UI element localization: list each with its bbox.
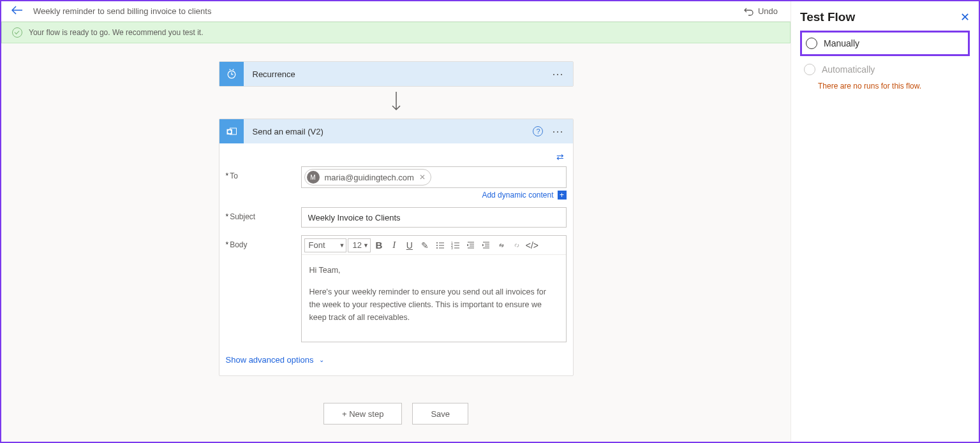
undo-label: Undo [758,6,778,16]
radio-icon [804,64,815,75]
outdent-icon[interactable] [464,238,478,252]
back-arrow-icon[interactable] [9,3,26,20]
svg-text:3: 3 [451,246,453,250]
label-subject: *Subject [226,207,301,221]
more-icon[interactable]: ··· [552,68,563,81]
banner-text: Your flow is ready to go. We recommend y… [29,28,203,37]
code-view-icon[interactable]: </> [525,238,539,252]
indent-icon[interactable] [479,238,493,252]
flow-title[interactable]: Weekly reminder to send billing invoice … [33,6,211,16]
radio-icon [806,38,817,49]
radio-label-automatically: Automatically [822,64,875,75]
number-list-icon[interactable]: 123 [449,238,463,252]
trigger-title: Recurrence [253,69,553,79]
underline-icon[interactable]: U [403,238,417,252]
to-input[interactable]: M maria@guidingtech.com ✕ [301,166,567,188]
remove-recipient-icon[interactable]: ✕ [419,173,426,182]
action-header[interactable]: Send an email (V2) ? ··· [219,119,573,143]
recipient-email: maria@guidingtech.com [325,173,414,182]
rich-text-toolbar: Font▼ 12▼ B I U ✎ 123 [302,236,566,255]
action-title: Send an email (V2) [253,127,533,136]
action-card-send-email: Send an email (V2) ? ··· ⇄ *To M [219,119,574,376]
close-icon[interactable]: ✕ [960,10,970,24]
panel-title: Test Flow [800,10,855,24]
svg-point-5 [436,245,438,246]
plus-icon[interactable]: + [558,191,567,200]
add-dynamic-content-link[interactable]: Add dynamic content [482,191,553,200]
link-icon[interactable] [494,238,509,252]
body-editor[interactable]: Hi Team, Here's your weekly reminder to … [302,255,566,342]
bullet-list-icon[interactable] [433,238,447,252]
avatar: M [307,171,320,184]
show-advanced-link[interactable]: Show advanced options ⌄ [226,355,324,365]
radio-manually[interactable]: Manually [800,31,970,56]
new-step-button[interactable]: + New step [323,403,402,425]
flow-designer-canvas: Weekly reminder to send billing invoice … [1,1,791,442]
font-select[interactable]: Font▼ [304,238,347,252]
undo-button[interactable]: Undo [739,6,783,16]
chevron-down-icon: ⌄ [319,356,324,363]
save-button[interactable]: Save [412,403,468,425]
body-greeting: Hi Team, [309,264,558,277]
trigger-card-recurrence[interactable]: Recurrence ··· [219,61,574,87]
font-size-select[interactable]: 12▼ [348,238,370,252]
bold-icon[interactable]: B [372,238,386,252]
ready-banner: Your flow is ready to go. We recommend y… [1,22,791,43]
test-flow-panel: Test Flow ✕ Manually Automatically There… [791,1,979,442]
check-circle-icon [12,27,22,38]
color-icon[interactable]: ✎ [418,238,432,252]
no-runs-text: There are no runs for this flow. [800,82,970,91]
recipient-pill: M maria@guidingtech.com ✕ [304,169,431,185]
clock-icon [219,62,244,86]
subject-input[interactable] [301,207,567,228]
svg-point-4 [436,242,438,243]
radio-label-manually: Manually [824,38,859,48]
label-to: *To [226,166,301,180]
top-bar: Weekly reminder to send billing invoice … [1,1,791,22]
italic-icon[interactable]: I [387,238,401,252]
svg-point-3 [228,130,231,133]
swap-connection-icon[interactable]: ⇄ [556,152,564,162]
more-icon[interactable]: ··· [552,125,563,138]
svg-point-6 [436,247,438,249]
arrow-down-icon [390,91,403,115]
radio-automatically: Automatically [800,59,970,80]
body-text: Here's your weekly reminder to ensure yo… [309,286,558,324]
help-icon[interactable]: ? [533,126,543,136]
undo-icon [744,7,754,16]
unlink-icon[interactable] [510,238,524,252]
label-body: *Body [226,235,301,249]
outlook-icon [219,119,244,143]
